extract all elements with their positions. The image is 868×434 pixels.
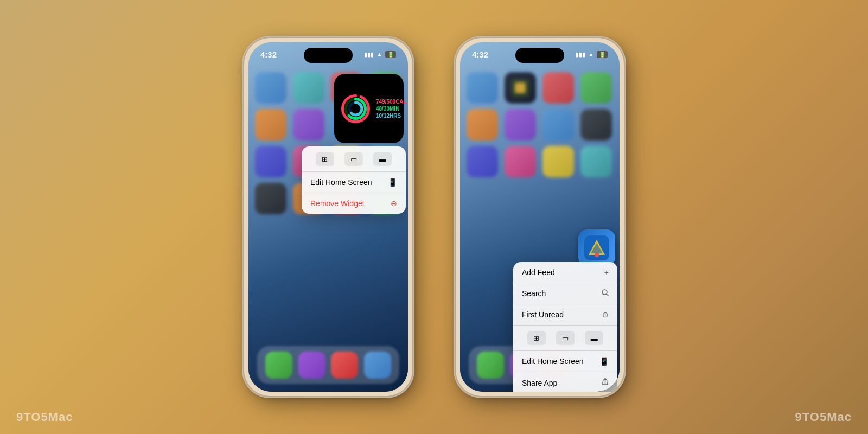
view-monitor-btn-right[interactable]: ▬ <box>585 331 603 345</box>
context-menu-left: ⊞ ▭ ▬ Edit Home Screen 📱 Remove Widget ⊖ <box>302 146 406 214</box>
dynamic-island-left <box>304 48 353 63</box>
menu-first-unread[interactable]: First Unread ⊙ <box>513 304 617 326</box>
stat-hrs: 10/12HRS <box>376 113 407 119</box>
app-grid-right <box>467 72 613 177</box>
menu-edit-home-right[interactable]: Edit Home Screen 📱 <box>513 351 617 372</box>
activity-widget[interactable]: 749/500CAL 48/30MIN 10/12HRS <box>334 74 404 143</box>
menu-remove-widget-icon: ⊖ <box>391 199 397 208</box>
app-icon-r7 <box>542 109 574 141</box>
status-time-right: 4:32 <box>472 50 488 59</box>
phone-right: 4:32 ▮▮▮ ▲ 🔋 <box>456 38 624 396</box>
view-monitor-btn-left[interactable]: ▬ <box>373 152 392 166</box>
dock-app-4[interactable] <box>364 352 391 379</box>
menu-share-app-icon <box>602 378 609 387</box>
menu-search-icon <box>602 289 609 298</box>
menu-edit-home-label-right: Edit Home Screen <box>522 357 584 366</box>
menu-share-app-label: Share App <box>522 379 557 387</box>
phone-left-screen: 4:32 ▮▮▮ ▲ 🔋 <box>248 42 408 392</box>
menu-view-icons-right: ⊞ ▭ ▬ <box>513 326 617 351</box>
dock-app-2[interactable] <box>298 352 326 379</box>
menu-view-icons-left: ⊞ ▭ ▬ <box>302 146 406 172</box>
stat-cal: 749/500CAL <box>376 99 407 105</box>
menu-first-unread-label: First Unread <box>522 310 564 319</box>
menu-edit-home-icon-left: 📱 <box>388 178 397 187</box>
menu-edit-home-label-left: Edit Home Screen <box>310 178 372 187</box>
app-icon-r8 <box>580 109 612 141</box>
app-icon-r4 <box>580 72 612 104</box>
app-icon-13 <box>255 183 286 214</box>
view-sidebar-btn-left[interactable]: ▭ <box>344 152 363 166</box>
app-icon-1 <box>255 72 286 104</box>
activity-rings-svg <box>341 94 371 124</box>
watermark-left: 9TO5Mac <box>16 410 73 424</box>
nnw-icon-svg <box>584 235 609 260</box>
signal-icon-right: ▮▮▮ <box>576 51 585 58</box>
status-icons-left: ▮▮▮ ▲ 🔋 <box>364 51 396 58</box>
dock-app-1[interactable] <box>265 352 292 379</box>
app-icon-r9 <box>467 146 498 177</box>
app-icon-9 <box>255 146 286 177</box>
app-icon-2 <box>293 72 324 104</box>
menu-search-label: Search <box>522 289 546 298</box>
watermark-right: 9TO5Mac <box>795 410 852 424</box>
menu-add-feed-icon: + <box>604 268 609 277</box>
app-icon-r11 <box>542 146 574 177</box>
status-time-left: 4:32 <box>260 50 277 59</box>
nnw-app-icon[interactable] <box>578 229 615 266</box>
menu-add-feed[interactable]: Add Feed + <box>513 262 617 283</box>
app-icon-r1 <box>467 72 498 104</box>
app-icon-r10 <box>505 146 536 177</box>
app-icon-r3 <box>542 72 574 104</box>
activity-stats: 749/500CAL 48/30MIN 10/12HRS <box>376 99 407 119</box>
menu-add-feed-label: Add Feed <box>522 268 555 277</box>
dock-app-r1[interactable] <box>477 352 504 379</box>
view-grid-btn-right[interactable]: ⊞ <box>527 331 546 345</box>
context-menu-right: Add Feed + Search First Unread ⊙ ⊞ ▭ ▬ E… <box>513 262 617 392</box>
menu-remove-widget-label: Remove Widget <box>310 199 365 208</box>
stat-min: 48/30MIN <box>376 106 407 112</box>
dynamic-island-right <box>515 48 564 63</box>
dock-app-3[interactable] <box>331 352 358 379</box>
phone-right-screen: 4:32 ▮▮▮ ▲ 🔋 <box>460 42 620 392</box>
app-icon-r2 <box>505 72 536 104</box>
menu-share-app[interactable]: Share App <box>513 372 617 392</box>
app-icon-6 <box>293 109 324 141</box>
view-grid-btn-left[interactable]: ⊞ <box>316 152 334 166</box>
app-icon-r6 <box>505 109 536 141</box>
wifi-icon-left: ▲ <box>376 51 382 58</box>
wifi-icon-right: ▲ <box>588 51 594 58</box>
dock-left <box>257 346 399 384</box>
phone-left: 4:32 ▮▮▮ ▲ 🔋 <box>244 38 412 396</box>
status-icons-right: ▮▮▮ ▲ 🔋 <box>576 51 608 58</box>
app-icon-r5 <box>467 109 498 141</box>
menu-first-unread-icon: ⊙ <box>602 310 609 319</box>
svg-line-11 <box>607 294 608 296</box>
menu-edit-home-icon-right: 📱 <box>599 357 609 366</box>
battery-icon-right: 🔋 <box>597 51 608 58</box>
app-icon-5 <box>255 109 286 141</box>
menu-edit-home-left[interactable]: Edit Home Screen 📱 <box>302 172 406 193</box>
view-sidebar-btn-right[interactable]: ▭ <box>556 331 575 345</box>
menu-search[interactable]: Search <box>513 283 617 304</box>
battery-icon-left: 🔋 <box>385 51 396 58</box>
app-icon-r12 <box>580 146 612 177</box>
menu-remove-widget[interactable]: Remove Widget ⊖ <box>302 193 406 214</box>
svg-point-9 <box>595 253 599 257</box>
signal-icon-left: ▮▮▮ <box>364 51 374 58</box>
